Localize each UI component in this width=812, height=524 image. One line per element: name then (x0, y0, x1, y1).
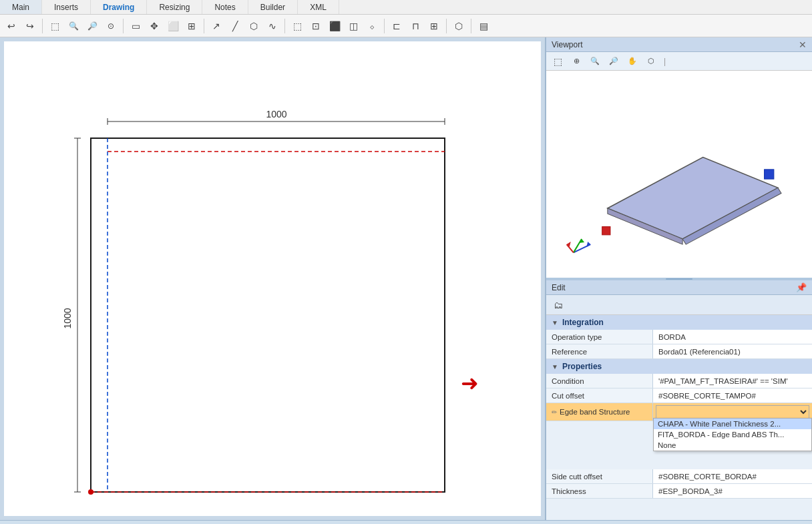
undo-button[interactable]: ↩ (3, 17, 20, 35)
prop-condition-label: Condition (546, 374, 653, 388)
rect-button[interactable]: ▭ (127, 17, 144, 35)
prop-cut-offset: Cut offset #SOBRE_CORTE_TAMPO# (546, 388, 812, 403)
toolbar-sep-6 (446, 19, 447, 33)
zoom-in-button[interactable]: 🔍 (65, 17, 82, 35)
prop-thickness: Thickness #ESP_BORDA_3# (546, 484, 812, 499)
transform-btn-3[interactable]: ⊞ (425, 17, 443, 35)
redo-button[interactable]: ↪ (21, 17, 39, 35)
prop-operation-type-value: BORDA (653, 330, 812, 344)
prop-reference-value: Borda01 (Referencia01) (653, 344, 812, 358)
canvas-area[interactable]: 1000 1000 (0, 37, 545, 520)
menu-drawing[interactable]: Drawing (91, 0, 147, 14)
zoom-fit-button[interactable]: ⊙ (102, 17, 120, 35)
svg-rect-17 (765, 170, 774, 179)
prop-side-cutt-value: #SOBRE_CORTE_BORDA# (653, 469, 812, 483)
svg-canvas: 1000 1000 (4, 41, 541, 516)
poly-button[interactable]: ⬡ (245, 17, 262, 35)
menu-builder[interactable]: Builder (248, 0, 298, 14)
menu-bar: Main Inserts Drawing Resizing Notes Buil… (0, 0, 812, 15)
edit-pin-icon: 📌 (796, 282, 807, 292)
frame-button[interactable]: ⬜ (164, 17, 182, 35)
main-area: 1000 1000 (0, 37, 812, 520)
main-toolbar: ↩ ↪ ⬚ 🔍 🔎 ⊙ ▭ ✥ ⬜ ⊞ ↗ ╱ ⬡ ∿ ⬚ ⊡ ⬛ ◫ ⬦ ⊏ … (0, 15, 812, 37)
dropdown-option-chapa[interactable]: CHAPA - White Panel Thickness 2... (654, 419, 811, 429)
shape-btn-3[interactable]: ⬛ (326, 17, 343, 35)
vp-sep: | (664, 57, 666, 66)
bezier-button[interactable]: ∿ (264, 17, 281, 35)
menu-resizing[interactable]: Resizing (147, 0, 202, 14)
collapse-integration-icon: ▼ (552, 319, 558, 326)
toolbar-sep-7 (471, 19, 471, 33)
viewport-title: Viewport (552, 40, 582, 49)
toolbar-sep-5 (384, 19, 385, 33)
prop-operation-type-label: Operation type (546, 330, 653, 344)
3d-svg (546, 71, 812, 278)
toolbar-sep-2 (123, 19, 124, 33)
extra-btn[interactable]: ▤ (475, 17, 492, 35)
svg-text:1000: 1000 (62, 308, 73, 328)
dropdown-option-fita[interactable]: FITA_BORDA - Edge Band ABS Th... (654, 429, 811, 440)
prop-side-cutt-label: Side cutt offset (546, 469, 653, 483)
edit-panel: Edit 📌 🗂 ▼ Integration Operation type BO… (546, 280, 812, 520)
prop-condition-value: '#PAI_TAM_FT_TRASEIRA#' == 'SIM' (653, 374, 812, 388)
select-button[interactable]: ⬚ (46, 17, 63, 35)
toolbar-sep-4 (284, 19, 285, 33)
shape-btn-1[interactable]: ⬚ (288, 17, 306, 35)
vp-pan-btn[interactable]: ✋ (624, 53, 641, 70)
vp-select-btn[interactable]: ⬚ (549, 53, 566, 70)
prop-reference-label: Reference (546, 344, 653, 358)
edge-band-dropdown-options: CHAPA - White Panel Thickness 2... FITA_… (653, 418, 812, 451)
menu-main[interactable]: Main (0, 0, 42, 14)
toolbar-sep-1 (42, 19, 43, 33)
prop-edge-band-label: ✏ Egde band Structure (546, 403, 653, 421)
viewport-panel: Viewport ✕ ⬚ ⊕ 🔍 🔎 ✋ ⬡ | (546, 37, 812, 278)
edit-title: Edit (552, 283, 566, 292)
right-panel: Viewport ✕ ⬚ ⊕ 🔍 🔎 ✋ ⬡ | (545, 37, 812, 520)
red-arrow: ➜ (461, 372, 479, 394)
toolbar-sep-3 (204, 19, 204, 33)
collapse-properties-icon: ▼ (552, 363, 558, 370)
prop-edge-band[interactable]: ✏ Egde band Structure CHAPA - White Pane… (546, 403, 812, 421)
viewport-toolbar: ⬚ ⊕ 🔍 🔎 ✋ ⬡ | (546, 52, 812, 71)
viewport-3d-view[interactable] (546, 71, 812, 278)
properties-section-header[interactable]: ▼ Properties (546, 359, 812, 374)
3d-btn[interactable]: ⬡ (450, 17, 467, 35)
prop-thickness-value: #ESP_BORDA_3# (653, 484, 812, 498)
vp-3d-btn[interactable]: ⬡ (642, 53, 660, 70)
prop-edge-band-dropdown[interactable]: CHAPA - White Panel Thickness 2... FITA_… (653, 403, 812, 421)
transform-btn-1[interactable]: ⊏ (388, 17, 405, 35)
properties-section-label: Properties (562, 362, 602, 371)
dropdown-option-none[interactable]: None (654, 440, 811, 451)
viewport-close-button[interactable]: ✕ (799, 39, 807, 50)
shape-btn-5[interactable]: ⬦ (363, 17, 381, 35)
zoom-out-button[interactable]: 🔎 (83, 17, 101, 35)
arrow-button[interactable]: ↗ (208, 17, 225, 35)
line-button[interactable]: ╱ (226, 17, 244, 35)
prop-cut-offset-value: #SOBRE_CORTE_TAMPO# (653, 388, 812, 403)
viewport-header: Viewport ✕ (546, 37, 812, 52)
tool-btn-4[interactable]: ⊞ (183, 17, 200, 35)
transform-btn-2[interactable]: ⊓ (407, 17, 424, 35)
vp-zoom-btn[interactable]: ⊕ (568, 53, 585, 70)
integration-section-label: Integration (562, 318, 604, 327)
menu-notes[interactable]: Notes (202, 0, 248, 14)
drawing-canvas[interactable]: 1000 1000 (4, 41, 541, 516)
prop-condition: Condition '#PAI_TAM_FT_TRASEIRA#' == 'SI… (546, 374, 812, 388)
edit-properties-btn[interactable]: 🗂 (550, 297, 566, 313)
edit-row-icon: ✏ (552, 409, 557, 416)
prop-reference: Reference Borda01 (Referencia01) (546, 344, 812, 359)
properties-scroll[interactable]: ▼ Integration Operation type BORDA Refer… (546, 315, 812, 499)
prop-operation-type: Operation type BORDA (546, 330, 812, 344)
menu-xml[interactable]: XML (298, 0, 339, 14)
svg-rect-4 (91, 138, 445, 492)
svg-rect-18 (602, 227, 610, 235)
integration-section-header[interactable]: ▼ Integration (546, 315, 812, 330)
vp-zoomout-btn[interactable]: 🔎 (605, 53, 622, 70)
vp-zoomin-btn[interactable]: 🔍 (586, 53, 604, 70)
menu-inserts[interactable]: Inserts (42, 0, 91, 14)
move-button[interactable]: ✥ (146, 17, 163, 35)
edge-band-select[interactable] (656, 405, 809, 419)
shape-btn-2[interactable]: ⊡ (307, 17, 325, 35)
prop-cut-offset-label: Cut offset (546, 388, 653, 403)
shape-btn-4[interactable]: ◫ (345, 17, 362, 35)
